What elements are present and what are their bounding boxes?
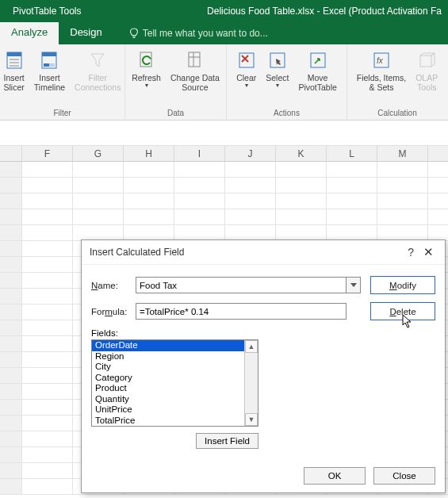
cell[interactable]: [22, 209, 73, 225]
tell-me-search[interactable]: Tell me what you want to do...: [129, 22, 268, 44]
column-header[interactable]: H: [124, 146, 174, 161]
cell[interactable]: [225, 209, 276, 225]
row-header[interactable]: [0, 431, 22, 447]
field-item[interactable]: OrderDate: [92, 340, 244, 351]
row-header[interactable]: [0, 178, 22, 193]
cell[interactable]: [225, 193, 276, 209]
select-button[interactable]: Select ▾: [261, 48, 293, 94]
row-header[interactable]: [0, 209, 22, 225]
row-header[interactable]: [0, 463, 22, 479]
cell[interactable]: [22, 431, 73, 447]
cell[interactable]: [22, 225, 73, 241]
column-header[interactable]: N: [428, 146, 448, 161]
cell[interactable]: [124, 162, 174, 178]
cell[interactable]: [174, 193, 225, 209]
cell[interactable]: [377, 162, 428, 178]
cell[interactable]: [428, 178, 448, 193]
cell[interactable]: [174, 225, 225, 241]
row-header[interactable]: [0, 384, 22, 400]
formula-input[interactable]: [136, 303, 347, 320]
cell[interactable]: [22, 368, 73, 384]
row-header[interactable]: [0, 225, 22, 241]
cell[interactable]: [22, 336, 73, 352]
field-item[interactable]: Product: [92, 383, 244, 394]
cell[interactable]: [73, 178, 124, 193]
move-pivottable-button[interactable]: Move PivotTable: [293, 48, 341, 94]
close-dialog-button[interactable]: Close: [373, 467, 435, 485]
column-header[interactable]: F: [22, 146, 73, 161]
cell[interactable]: [22, 193, 73, 209]
fields-items-sets-button[interactable]: fx Fields, Items, & Sets: [352, 48, 411, 94]
cell[interactable]: [377, 178, 428, 193]
field-item[interactable]: Region: [92, 351, 244, 362]
scroll-track[interactable]: [245, 353, 258, 413]
change-data-source-button[interactable]: Change Data Source: [166, 48, 224, 94]
column-header[interactable]: G: [73, 146, 124, 161]
field-item[interactable]: Quantity: [92, 394, 244, 405]
column-header[interactable]: L: [327, 146, 377, 161]
row-header[interactable]: [0, 336, 22, 352]
cell[interactable]: [276, 178, 327, 193]
row-header[interactable]: [0, 193, 22, 209]
cell[interactable]: [73, 162, 124, 178]
cell[interactable]: [22, 416, 73, 431]
cell[interactable]: [377, 225, 428, 241]
field-item[interactable]: TotalPrice: [92, 416, 244, 427]
scroll-up-button[interactable]: ▲: [245, 340, 258, 353]
column-header[interactable]: M: [377, 146, 428, 161]
cell[interactable]: [22, 320, 73, 336]
row-header[interactable]: [0, 416, 22, 431]
scroll-down-button[interactable]: ▼: [245, 413, 258, 426]
insert-field-button[interactable]: Insert Field: [196, 433, 258, 449]
cell[interactable]: [22, 178, 73, 193]
tab-analyze[interactable]: Analyze: [0, 22, 59, 44]
field-item[interactable]: Category: [92, 373, 244, 384]
column-header[interactable]: J: [225, 146, 276, 161]
cell[interactable]: [22, 241, 73, 257]
cell[interactable]: [276, 209, 327, 225]
cell[interactable]: [22, 162, 73, 178]
cell[interactable]: [327, 225, 377, 241]
help-button[interactable]: ?: [401, 246, 420, 259]
row-header[interactable]: [0, 273, 22, 289]
cell[interactable]: [22, 400, 73, 416]
cell[interactable]: [377, 193, 428, 209]
cell[interactable]: [428, 193, 448, 209]
delete-button[interactable]: Delete: [370, 302, 435, 320]
cell[interactable]: [225, 225, 276, 241]
cell[interactable]: [174, 162, 225, 178]
modify-button[interactable]: Modify: [370, 276, 435, 294]
cell[interactable]: [124, 225, 174, 241]
cell[interactable]: [22, 273, 73, 289]
cell[interactable]: [428, 162, 448, 178]
cell[interactable]: [22, 289, 73, 305]
close-button[interactable]: ✕: [420, 245, 437, 259]
cell[interactable]: [327, 209, 377, 225]
field-item[interactable]: UnitPrice: [92, 404, 244, 416]
column-header[interactable]: K: [276, 146, 327, 161]
cell[interactable]: [225, 178, 276, 193]
row-header[interactable]: [0, 320, 22, 336]
ok-button[interactable]: OK: [304, 467, 366, 485]
cell[interactable]: [22, 257, 73, 273]
row-header[interactable]: [0, 479, 22, 495]
row-header[interactable]: [0, 241, 22, 257]
row-header[interactable]: [0, 257, 22, 273]
cell[interactable]: [276, 162, 327, 178]
name-dropdown-button[interactable]: [347, 277, 361, 293]
cell[interactable]: [22, 463, 73, 479]
fields-scrollbar[interactable]: ▲ ▼: [244, 340, 258, 426]
cell[interactable]: [124, 193, 174, 209]
cell[interactable]: [73, 225, 124, 241]
column-header[interactable]: I: [174, 146, 225, 161]
cell[interactable]: [22, 352, 73, 368]
cell[interactable]: [124, 209, 174, 225]
row-header[interactable]: [0, 289, 22, 305]
cell[interactable]: [174, 178, 225, 193]
name-input[interactable]: [136, 277, 347, 293]
cell[interactable]: [327, 178, 377, 193]
cell[interactable]: [276, 193, 327, 209]
row-header[interactable]: [0, 368, 22, 384]
row-header[interactable]: [0, 162, 22, 178]
refresh-button[interactable]: Refresh ▾: [127, 48, 166, 94]
